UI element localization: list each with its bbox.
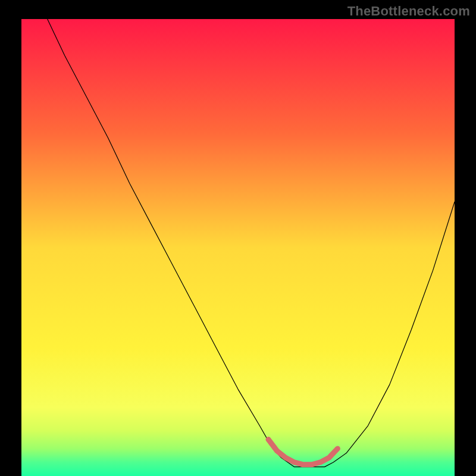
plot-area bbox=[21, 19, 455, 476]
watermark-text: TheBottleneck.com bbox=[347, 4, 470, 19]
gradient-background bbox=[21, 19, 455, 476]
chart-container: TheBottleneck.com bbox=[0, 0, 476, 476]
plot-svg bbox=[21, 19, 455, 476]
